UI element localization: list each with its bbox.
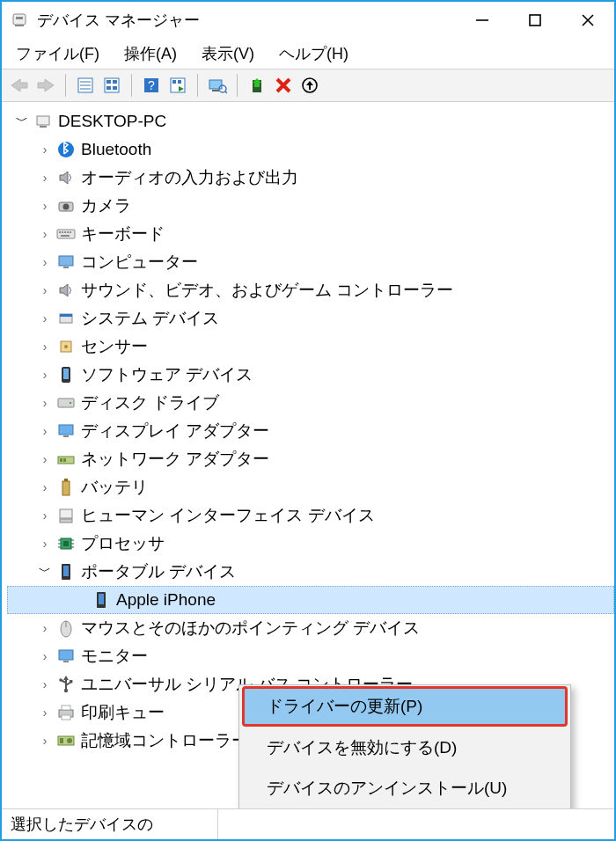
tree-item-system-devices[interactable]: ›システム デバイス — [7, 304, 614, 333]
tree-item-label: カメラ — [81, 194, 131, 217]
expand-toggle[interactable]: ﹀ — [35, 564, 55, 580]
uninstall-icon[interactable] — [271, 73, 296, 98]
maximize-button[interactable] — [509, 2, 561, 39]
tree-item-camera[interactable]: ›カメラ — [7, 192, 614, 220]
toolbar-separator — [237, 74, 238, 97]
svg-marker-33 — [306, 81, 313, 90]
close-button[interactable] — [561, 2, 614, 39]
device-tree[interactable]: ﹀ DESKTOP-PC ›Bluetooth ›オーディオの入力および出力 ›… — [2, 102, 614, 808]
software-device-icon — [56, 365, 76, 384]
svg-point-53 — [64, 345, 68, 348]
expand-toggle[interactable]: › — [35, 452, 55, 466]
svg-rect-92 — [62, 715, 70, 720]
tree-item-disk-drives[interactable]: ›ディスク ドライブ — [7, 389, 614, 417]
expand-toggle[interactable]: › — [35, 368, 55, 382]
expand-toggle[interactable]: › — [35, 227, 55, 241]
printer-icon — [56, 703, 76, 722]
tree-item-batteries[interactable]: ›バッテリ — [7, 473, 614, 501]
toolbar-grid-run-icon[interactable] — [165, 73, 190, 98]
mouse-icon — [56, 618, 76, 638]
expand-toggle[interactable]: › — [35, 311, 55, 325]
expand-toggle[interactable]: › — [35, 508, 55, 523]
expand-toggle[interactable]: ﹀ — [12, 113, 32, 129]
tree-item-label: モニター — [81, 645, 148, 668]
svg-rect-25 — [212, 90, 219, 91]
svg-marker-8 — [38, 79, 54, 91]
tree-item-computer[interactable]: ›コンピューター — [7, 248, 614, 276]
ctx-update-driver[interactable]: ドライバーの更新(P) — [242, 686, 568, 727]
forward-button[interactable] — [33, 73, 58, 98]
expand-toggle[interactable]: › — [35, 649, 55, 663]
tree-item-processors[interactable]: ›プロセッサ — [7, 530, 614, 558]
svg-point-57 — [70, 402, 71, 404]
tree-item-label: ヒューマン インターフェイス デバイス — [81, 504, 375, 527]
menu-file[interactable]: ファイル(F) — [14, 41, 101, 66]
ctx-disable-device[interactable]: デバイスを無効にする(D) — [242, 728, 568, 768]
tree-item-display-adapters[interactable]: ›ディスプレイ アダプター — [7, 417, 614, 445]
back-button[interactable] — [7, 73, 32, 98]
disable-icon[interactable] — [297, 73, 322, 98]
tree-item-network-adapters[interactable]: ›ネットワーク アダプター — [7, 445, 614, 473]
expand-toggle[interactable]: › — [35, 706, 55, 720]
svg-rect-61 — [60, 458, 62, 462]
expand-toggle[interactable]: › — [35, 143, 55, 157]
app-icon — [11, 11, 28, 29]
svg-rect-34 — [37, 116, 49, 125]
menu-view[interactable]: 表示(V) — [200, 41, 256, 66]
expand-toggle[interactable]: › — [35, 340, 55, 354]
minimize-button[interactable] — [456, 2, 509, 39]
tree-item-sensors[interactable]: ›センサー — [7, 333, 614, 361]
tree-item-keyboard[interactable]: ›キーボード — [7, 220, 614, 248]
toolbar-details-icon[interactable] — [73, 73, 98, 98]
svg-rect-21 — [172, 80, 176, 84]
scan-hardware-icon[interactable] — [205, 73, 230, 98]
expand-toggle[interactable]: › — [35, 621, 55, 635]
expand-toggle[interactable]: › — [35, 677, 55, 691]
speaker-icon — [56, 281, 76, 300]
tree-item-portable-devices[interactable]: ﹀ポータブル デバイス — [7, 558, 614, 586]
network-icon — [56, 450, 76, 469]
toolbar-list-icon[interactable] — [99, 73, 124, 98]
tree-item-monitors[interactable]: ›モニター — [7, 642, 614, 670]
tree-root[interactable]: ﹀ DESKTOP-PC — [7, 107, 614, 135]
update-driver-icon[interactable] — [245, 73, 269, 98]
expand-toggle[interactable]: › — [35, 424, 55, 438]
tree-item-label: 記憶域コントローラー — [81, 729, 248, 752]
expand-toggle[interactable]: › — [35, 480, 55, 494]
menu-help[interactable]: ヘルプ(H) — [277, 41, 350, 66]
tree-item-label: サウンド、ビデオ、およびゲーム コントローラー — [81, 279, 453, 302]
menu-action[interactable]: 操作(A) — [122, 41, 179, 66]
status-text: 選択したデバイスの — [11, 814, 153, 835]
svg-rect-1 — [16, 17, 23, 19]
svg-rect-14 — [106, 80, 111, 84]
help-icon[interactable]: ? — [139, 73, 164, 98]
svg-rect-94 — [60, 738, 63, 743]
tree-item-hid[interactable]: ›ヒューマン インターフェイス デバイス — [7, 501, 614, 530]
tree-item-label: Apple iPhone — [116, 590, 216, 610]
tree-item-label: キーボード — [81, 223, 165, 245]
tree-item-sound-video-game[interactable]: ›サウンド、ビデオ、およびゲーム コントローラー — [7, 276, 614, 304]
tree-root-label: DESKTOP-PC — [58, 112, 166, 131]
svg-marker-89 — [63, 676, 69, 680]
tree-item-apple-iphone[interactable]: Apple iPhone — [7, 586, 614, 614]
expand-toggle[interactable]: › — [35, 396, 55, 410]
expand-toggle[interactable]: › — [35, 537, 55, 551]
svg-rect-22 — [178, 80, 181, 84]
tree-item-label: Bluetooth — [81, 140, 151, 159]
svg-rect-63 — [62, 481, 70, 495]
expand-toggle[interactable]: › — [35, 283, 55, 297]
tree-item-software-devices[interactable]: ›ソフトウェア デバイス — [7, 361, 614, 389]
tree-item-label: 印刷キュー — [81, 701, 165, 724]
tree-item-bluetooth[interactable]: ›Bluetooth — [7, 135, 614, 164]
display-adapter-icon — [56, 421, 76, 441]
expand-toggle[interactable]: › — [35, 199, 55, 213]
tree-item-label: システム デバイス — [81, 307, 219, 330]
tree-item-mouse[interactable]: ›マウスとそのほかのポインティング デバイス — [7, 614, 614, 642]
tree-item-audio-io[interactable]: ›オーディオの入力および出力 — [7, 164, 614, 192]
expand-toggle[interactable]: › — [35, 171, 55, 185]
expand-toggle[interactable]: › — [35, 255, 55, 269]
expand-toggle[interactable]: › — [35, 734, 55, 748]
tree-item-label: マウスとそのほかのポインティング デバイス — [81, 617, 420, 640]
tree-item-label: バッテリ — [81, 476, 148, 499]
ctx-uninstall-device[interactable]: デバイスのアンインストール(U) — [242, 768, 568, 808]
